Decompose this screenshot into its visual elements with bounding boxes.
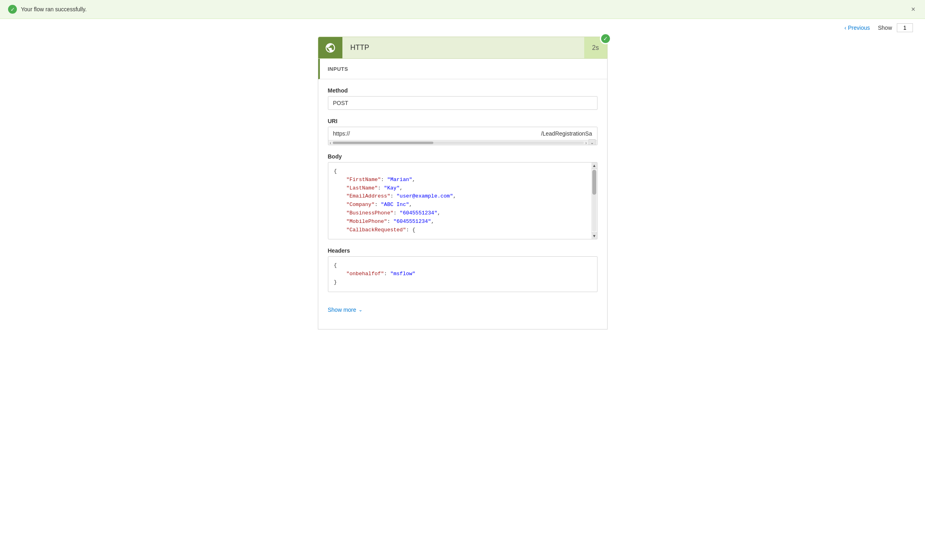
success-message: Your flow ran successfully. — [21, 6, 87, 12]
show-more-label: Show more — [328, 307, 356, 313]
body-line-8: "CallbackRequested": { — [334, 226, 590, 235]
body-line-6: "BusinessPhone": "6045551234", — [334, 209, 590, 218]
uri-start: https:// — [333, 130, 350, 137]
body-group: Body { "FirstName": "Marian", "LastName"… — [328, 153, 597, 239]
body-label: Body — [328, 153, 597, 160]
scrollbar-track-v — [592, 170, 596, 232]
uri-group: URI https:// /LeadRegistrationSa ‹ — [328, 118, 597, 145]
success-icon: ✓ — [8, 5, 17, 14]
card-container: HTTP 2s ✓ INPUTS Method POST URI — [318, 37, 608, 329]
uri-end: /LeadRegistrationSa — [541, 130, 592, 137]
method-value: POST — [328, 96, 597, 110]
uri-label: URI — [328, 118, 597, 124]
body-line-7: "MobilePhone": "6045551234", — [334, 218, 590, 226]
close-button[interactable]: × — [909, 4, 917, 14]
fields-area: Method POST URI https:// /LeadRegistrati… — [318, 79, 607, 329]
main-content: HTTP 2s ✓ INPUTS Method POST URI — [0, 37, 925, 346]
body-container: { "FirstName": "Marian", "LastName": "Ka… — [328, 162, 597, 239]
chevron-down-icon: ⌄ — [358, 307, 363, 313]
show-label: Show — [878, 25, 892, 31]
body-scrollbar[interactable]: ▲ ▼ — [591, 163, 597, 239]
uri-scrollbar-track — [333, 142, 584, 144]
success-banner: ✓ Your flow ran successfully. × — [0, 0, 925, 19]
uri-scrollbar[interactable]: ‹ › ⌄ — [328, 140, 597, 145]
headers-container: { "onbehalfof": "msflow" } — [328, 256, 597, 292]
uri-arrow-left[interactable]: ‹ — [330, 140, 332, 145]
content-panel: INPUTS Method POST URI https:// /L — [318, 59, 608, 329]
body-line-4: "EmailAddress": "user@example.com", — [334, 192, 590, 201]
method-label: Method — [328, 87, 597, 94]
uri-value: https:// /LeadRegistrationSa — [328, 127, 597, 140]
body-line-3: "LastName": "Kay", — [334, 184, 590, 193]
uri-container: https:// /LeadRegistrationSa ‹ › ⌄ — [328, 127, 597, 145]
headers-group: Headers { "onbehalfof": "msflow" } — [328, 247, 597, 292]
chevron-left-icon: ‹ — [845, 25, 847, 31]
scroll-down-button[interactable]: ▼ — [591, 233, 597, 239]
show-input[interactable] — [897, 23, 913, 32]
headers-line-1: { — [334, 261, 591, 270]
body-code-area: { "FirstName": "Marian", "LastName": "Ka… — [328, 163, 597, 239]
uri-arrow-right[interactable]: › — [585, 140, 587, 145]
show-more-button[interactable]: Show more ⌄ — [328, 300, 363, 319]
headers-label: Headers — [328, 247, 597, 254]
scrollbar-thumb-v — [592, 170, 596, 195]
previous-button[interactable]: ‹ Previous — [841, 23, 873, 33]
inputs-label: INPUTS — [328, 66, 348, 72]
scroll-up-button[interactable]: ▲ — [591, 163, 597, 169]
body-line-2: "FirstName": "Marian", — [334, 176, 590, 184]
body-line-5: "Company": "ABC Inc", — [334, 201, 590, 209]
globe-icon — [325, 42, 336, 54]
http-header: HTTP 2s ✓ — [318, 37, 608, 59]
http-title: HTTP — [342, 37, 584, 58]
headers-code-area: { "onbehalfof": "msflow" } — [328, 257, 597, 291]
http-icon-box — [318, 37, 342, 58]
body-line-1: { — [334, 167, 590, 176]
uri-scrollbar-thumb — [333, 142, 433, 144]
success-check-overlay: ✓ — [600, 33, 611, 44]
headers-line-3: } — [334, 278, 591, 287]
top-nav: ‹ Previous Show — [0, 19, 925, 37]
headers-line-2: "onbehalfof": "msflow" — [334, 270, 591, 278]
method-group: Method POST — [328, 87, 597, 110]
uri-dropdown-arrow[interactable]: ⌄ — [589, 139, 595, 145]
inputs-section: INPUTS — [318, 59, 607, 79]
